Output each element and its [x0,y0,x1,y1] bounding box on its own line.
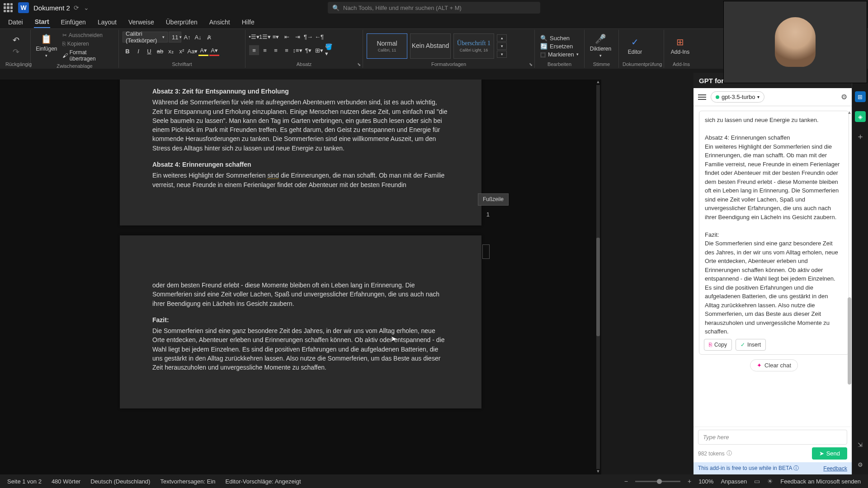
gpt-scrollbar[interactable]: ▲ [847,111,852,422]
info-icon[interactable]: ⓘ [793,465,799,471]
editor-button[interactable]: ✓ Editor [623,32,647,60]
dictate-button[interactable]: 🎤 Diktieren ▾ [588,32,613,60]
addins-button[interactable]: ⊞ Add-Ins [668,32,693,60]
undo-button[interactable]: ↶ [11,35,21,45]
document-scrollbar[interactable]: ▲ ▼ [595,80,601,474]
font-color-button[interactable]: A▾ [209,46,219,56]
scrollbar-thumb[interactable] [596,238,600,337]
rail-addin-1[interactable]: ⊞ [855,91,866,102]
gear-icon[interactable]: ⚙ [841,93,847,101]
status-words[interactable]: 480 Wörter [52,478,80,485]
status-lang[interactable]: Deutsch (Deutschland) [90,478,150,485]
highlight-button[interactable]: A▾ [198,46,208,56]
underline-button[interactable]: U [144,46,154,56]
styles-scroll-down-icon[interactable]: ▾ [497,42,507,50]
page-2[interactable]: oder dem besten Freund erlebt - diese Mo… [120,235,481,408]
paragraph-launcher-icon[interactable]: ⬊ [357,62,361,67]
app-launcher-icon[interactable] [4,3,13,12]
zoom-value[interactable]: 100% [698,478,713,485]
italic-button[interactable]: I [133,46,143,56]
footer-label[interactable]: Fußzeile [478,193,509,206]
tab-einfuegen[interactable]: Einfügen [60,17,87,28]
send-button[interactable]: ➤Send [812,447,847,460]
rtl-button[interactable]: ←¶ [314,32,324,42]
redo-button[interactable]: ↷ [11,47,21,57]
ms-feedback[interactable]: Feedback an Microsoft senden [780,478,861,485]
tab-hilfe[interactable]: Hilfe [241,17,255,28]
replace-button[interactable]: 🔄Ersetzen [538,42,580,50]
numbering-button[interactable]: 1☰▾ [260,32,270,42]
scroll-up-icon[interactable]: ▲ [847,110,852,115]
cut-button[interactable]: ✂Ausschneiden [61,32,115,39]
increase-indent-button[interactable]: ⇥ [292,32,302,42]
info-icon[interactable]: ⓘ [726,450,732,457]
zoom-knob[interactable] [657,479,662,484]
clear-format-button[interactable]: A̷ [204,32,214,42]
tab-layout[interactable]: Layout [97,17,118,28]
font-name-select[interactable]: Calibri (Textkörper)▾ [123,32,168,42]
paragraph-spacing-button[interactable]: ¶▾ [303,45,313,55]
scroll-down-icon[interactable]: ▼ [595,469,601,474]
bold-button[interactable]: B [123,46,132,56]
align-center-button[interactable]: ≡ [260,45,270,55]
font-size-select[interactable]: 11▾ [169,32,181,42]
zoom-out-button[interactable]: − [624,478,628,485]
view-mode-1-icon[interactable]: ▭ [754,478,760,485]
rail-add-button[interactable]: ＋ [855,131,866,142]
gpt-menu-icon[interactable] [698,94,706,100]
view-mode-2-icon[interactable]: ☀ [767,478,773,485]
tab-ansicht[interactable]: Ansicht [208,17,231,28]
change-case-button[interactable]: Aa▾ [188,46,198,56]
copy-button[interactable]: ⎘Copy [704,339,732,351]
copy-button[interactable]: ⎘Kopieren [61,40,115,47]
justify-button[interactable]: ≡ [282,45,292,55]
superscript-button[interactable]: x² [177,46,187,56]
shading-button[interactable]: 🪣▾ [325,45,335,55]
styles-scroll-up-icon[interactable]: ▴ [497,34,507,42]
borders-button[interactable]: ⊞▾ [314,45,324,55]
zoom-in-button[interactable]: + [688,478,691,485]
style-heading1[interactable]: Überschrift 1 Calibri Light, 16 [453,33,494,59]
line-spacing-button[interactable]: ↕≡▾ [292,45,302,55]
search-input[interactable]: 🔍 Nach Tools, Hilfe und mehr suchen (ALT… [328,2,540,14]
grammar-issue[interactable]: sind [267,172,279,179]
tab-datei[interactable]: Datei [7,17,24,28]
align-right-button[interactable]: ≡ [271,45,281,55]
styles-launcher-icon[interactable]: ⬊ [529,62,533,67]
status-predict[interactable]: Textvorhersagen: Ein [160,478,215,485]
title-chevron-icon[interactable]: ⌄ [84,4,89,11]
multilevel-button[interactable]: ≡▾ [271,32,281,42]
sync-icon[interactable]: ⟳ [74,4,79,11]
scroll-up-icon[interactable]: ▲ [595,80,601,85]
find-button[interactable]: 🔍Suchen [538,34,580,42]
grow-font-button[interactable]: A↑ [182,32,192,42]
zoom-slider[interactable] [635,481,680,482]
strikethrough-button[interactable]: ab [155,46,165,56]
page-1[interactable]: Absatz 3: Zeit für Entspannung und Erhol… [120,80,481,225]
subscript-button[interactable]: x₂ [166,46,176,56]
style-no-spacing[interactable]: Kein Abstand [410,33,451,59]
paste-button[interactable]: 📋 Einfügen ▾ [34,32,59,60]
model-selector[interactable]: gpt-3.5-turbo ▾ [711,91,764,103]
clear-chat-button[interactable]: ✦Clear chat [750,359,798,371]
insert-button[interactable]: ✓Insert [736,339,766,351]
status-page[interactable]: Seite 1 von 2 [7,478,42,485]
shrink-font-button[interactable]: A↓ [193,32,203,42]
tab-start[interactable]: Start [34,16,50,28]
styles-expand-icon[interactable]: ▾ [497,51,507,58]
status-editor[interactable]: Editor-Vorschläge: Angezeigt [226,478,301,485]
header-box[interactable] [482,244,490,259]
fit-button[interactable]: Anpassen [721,478,747,485]
ltr-button[interactable]: ¶→ [303,32,313,42]
tab-ueberpruefen[interactable]: Überprüfen [165,17,198,28]
rail-exit-icon[interactable]: ⇲ [855,439,866,450]
rail-addin-2[interactable]: ◈ [855,111,866,122]
format-painter-button[interactable]: 🖌Format übertragen [61,49,115,62]
style-normal[interactable]: Normal Calibri, 11 [367,33,407,59]
decrease-indent-button[interactable]: ⇤ [282,32,292,42]
document-title[interactable]: Dokument 2 [33,4,70,12]
rail-settings-icon[interactable]: ⚙ [855,459,866,470]
gpt-scrollbar-thumb[interactable] [848,297,851,385]
align-left-button[interactable]: ≡ [249,45,259,55]
bullets-button[interactable]: •☰▾ [249,32,259,42]
